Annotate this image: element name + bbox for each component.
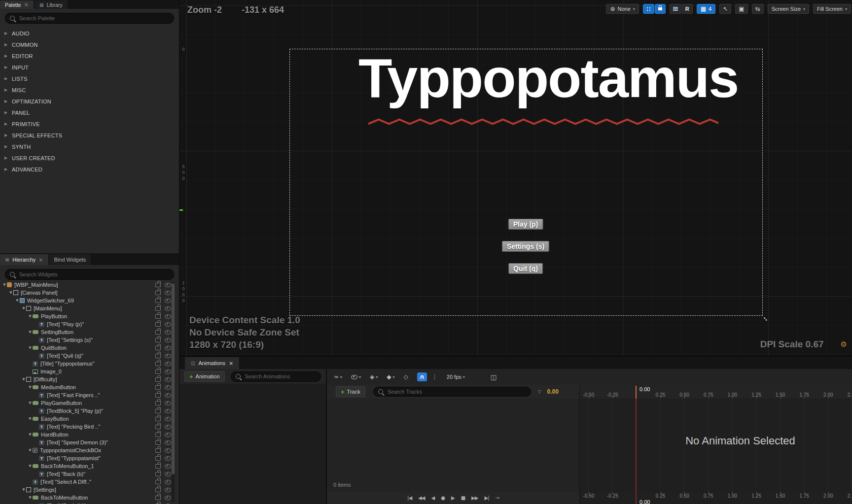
lock-open-icon[interactable] — [155, 362, 161, 366]
expand-arrow-icon[interactable]: ▼ — [15, 299, 20, 302]
add-animation-button[interactable]: + Animation — [184, 371, 225, 382]
eye-icon[interactable] — [165, 330, 171, 335]
lock-open-icon[interactable] — [155, 314, 161, 319]
lock-open-icon[interactable] — [155, 480, 161, 484]
expand-right-icon[interactable]: ▶ — [4, 144, 12, 149]
lock-open-icon[interactable] — [155, 409, 161, 413]
expand-arrow-icon[interactable]: ▼ — [28, 448, 33, 452]
expand-right-icon[interactable]: ▶ — [4, 167, 12, 171]
canvas-play-button[interactable]: Play (p) — [508, 219, 543, 230]
palette-category[interactable]: ▶LISTS — [0, 73, 179, 84]
hierarchy-row[interactable]: ▼[WBP_MainMenu] — [0, 281, 179, 289]
eye-icon[interactable] — [165, 496, 171, 500]
screen-size-dropdown[interactable]: Screen Size ▾ — [768, 4, 809, 14]
playback-options-button[interactable]: ◈▾ — [370, 373, 378, 380]
hierarchy-row[interactable]: ▼MediumButton — [0, 383, 179, 391]
add-track-button[interactable]: + Track — [336, 386, 365, 397]
curve-editor-button[interactable]: ≈▾ — [334, 373, 342, 380]
lock-open-icon[interactable] — [155, 354, 161, 358]
lock-open-icon[interactable] — [155, 377, 161, 382]
palette-search[interactable] — [5, 13, 174, 24]
hierarchy-row[interactable]: ▼[Settings] — [0, 486, 179, 494]
timeline-ruler-bottom[interactable]: 0.00 -0.50-0.250.250.500.751.001.251.501… — [579, 492, 852, 504]
flip-preview-button[interactable]: ⇆ — [752, 4, 764, 14]
palette-category[interactable]: ▶MISC — [0, 84, 179, 96]
expand-arrow-icon[interactable]: ▼ — [28, 314, 33, 318]
hierarchy-row[interactable]: ▼QuitButton — [0, 344, 179, 352]
expand-right-icon[interactable]: ▶ — [4, 54, 12, 58]
lock-open-icon[interactable] — [155, 299, 161, 303]
eye-icon[interactable] — [165, 306, 171, 311]
hierarchy-row[interactable]: ▼[Canvas Panel] — [0, 289, 179, 297]
palette-category[interactable]: ▶OPTIMIZATION — [0, 96, 179, 107]
eye-icon[interactable] — [165, 401, 171, 405]
palette-category[interactable]: ▶INPUT — [0, 62, 179, 73]
record-button[interactable]: ● — [441, 495, 445, 501]
hierarchy-row[interactable]: [Text] "Select A DIff.." — [0, 478, 179, 486]
timeline-ruler[interactable]: 0.00 -0.50-0.250.250.500.751.001.251.501… — [579, 385, 852, 399]
canvas-title-widget[interactable]: Typpopotamus — [358, 49, 723, 107]
tab-library[interactable]: ▤ Library — [35, 0, 68, 9]
hierarchy-row[interactable]: [Text] "Play (p)" — [0, 320, 179, 328]
eye-icon[interactable] — [165, 299, 171, 303]
hierarchy-row[interactable]: ▼SettingButton — [0, 328, 179, 336]
lock-open-icon[interactable] — [155, 291, 161, 295]
hierarchy-row[interactable]: ▼BackToMenuButton — [0, 494, 179, 502]
hierarchy-row[interactable]: [Text] "Settings (s)" — [0, 336, 179, 344]
lock-open-icon[interactable] — [155, 330, 161, 335]
palette-category[interactable]: ▶USER CREATED — [0, 152, 179, 164]
current-time-display[interactable]: 0.00 — [547, 388, 559, 395]
designer-viewport[interactable]: Zoom -2 -131 x 664 ⊕ None ▾ R ▦ 4 ↖ ▣ — [179, 0, 852, 356]
palette-category[interactable]: ▶AUDIO — [0, 28, 179, 39]
palette-category[interactable]: ▶PRIMITIVE — [0, 118, 179, 130]
expand-right-icon[interactable]: ▶ — [4, 133, 12, 137]
hierarchy-row[interactable]: [Text] "Pecking Bird .." — [0, 423, 179, 431]
eye-icon[interactable] — [165, 433, 171, 437]
palette-category[interactable]: ▶EDITOR — [0, 50, 179, 62]
lock-open-icon[interactable] — [155, 283, 161, 287]
scrollbar-thumb[interactable] — [172, 283, 175, 474]
step-backward-button[interactable]: ◀◀ — [418, 495, 425, 501]
lock-open-icon[interactable] — [155, 448, 161, 453]
lock-open-icon[interactable] — [155, 425, 161, 429]
respect-locks-button[interactable]: R — [682, 4, 693, 14]
lock-open-icon[interactable] — [155, 322, 161, 327]
expand-arrow-icon[interactable]: ▼ — [2, 283, 7, 287]
eye-icon[interactable] — [165, 464, 171, 469]
animations-search[interactable] — [231, 371, 321, 382]
palette-search-input[interactable] — [18, 15, 169, 22]
lock-open-icon[interactable] — [155, 346, 161, 350]
go-to-end-button[interactable]: ▶| — [484, 495, 489, 501]
eye-icon[interactable] — [165, 354, 171, 358]
expand-arrow-icon[interactable]: ▼ — [8, 291, 13, 295]
expand-right-icon[interactable]: ▶ — [4, 110, 12, 115]
expand-right-icon[interactable]: ▶ — [4, 156, 12, 160]
eye-icon[interactable] — [165, 314, 171, 319]
hierarchy-row[interactable]: ▼TyppopotamistCheckBOx — [0, 446, 179, 454]
loop-button[interactable]: → — [496, 495, 499, 501]
preview-background-button[interactable]: ▣ — [735, 4, 747, 14]
expand-arrow-icon[interactable]: ▼ — [28, 417, 33, 421]
lock-open-icon[interactable] — [155, 464, 161, 469]
expand-right-icon[interactable]: ▶ — [4, 122, 12, 126]
hierarchy-search-input[interactable] — [18, 271, 169, 278]
go-to-front-button[interactable]: |◀ — [407, 495, 412, 501]
tracks-search-input[interactable] — [387, 388, 526, 395]
animations-search-input[interactable] — [244, 373, 316, 380]
lock-open-icon[interactable] — [155, 306, 161, 311]
eye-icon[interactable] — [165, 338, 171, 342]
expand-arrow-icon[interactable]: ▼ — [21, 377, 26, 381]
eye-icon[interactable] — [165, 346, 171, 350]
hierarchy-row[interactable]: [Text] "Back (b)" — [0, 470, 179, 478]
hierarchy-row[interactable]: [TextBlock_5] "Play (p)" — [0, 407, 179, 415]
eye-icon[interactable] — [165, 456, 171, 461]
expand-arrow-icon[interactable]: ▼ — [28, 401, 33, 405]
hierarchy-row[interactable]: ▼HardButton — [0, 431, 179, 438]
expand-arrow-icon[interactable]: ▼ — [21, 306, 26, 310]
timeline-playhead[interactable] — [636, 386, 637, 504]
lock-open-icon[interactable] — [155, 401, 161, 405]
tab-animations[interactable]: ◫ Animations × — [185, 357, 239, 369]
eye-icon[interactable] — [165, 417, 171, 421]
select-tool-button[interactable]: ↖ — [719, 4, 731, 14]
more-options-button[interactable]: ⋮ — [432, 373, 438, 380]
